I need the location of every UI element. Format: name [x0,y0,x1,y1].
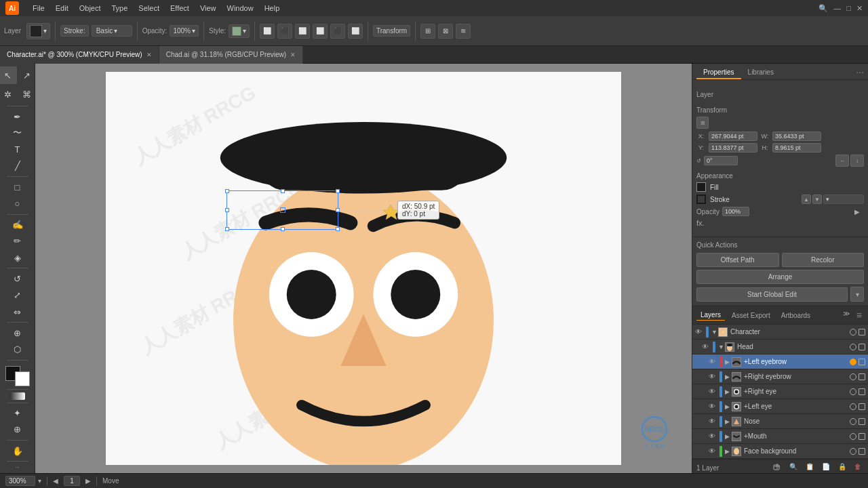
artboard-nav-prev[interactable]: ◀ [53,477,58,485]
target-circle-head[interactable] [850,344,856,350]
target-circle-nose[interactable] [850,418,856,425]
vis-box-le[interactable] [859,403,865,410]
magic-wand-tool[interactable]: ✲ [0,85,17,103]
align-top-btn[interactable]: ⬜ [313,24,328,39]
offset-path-btn[interactable]: Offset Path [696,253,779,267]
scale-tool[interactable]: ⤢ [9,288,26,303]
pencil-tool[interactable]: ✏ [9,234,26,249]
minimize-btn[interactable]: — [833,4,841,12]
expand-le[interactable]: ▶ [725,403,732,410]
start-global-edit-btn[interactable]: Start Global Edit [696,287,848,302]
layer-item-head[interactable]: 👁 ▼ Head [692,340,868,354]
more-tools-btn[interactable]: ··· [15,464,20,470]
style-selector[interactable]: ▾ [229,24,250,38]
layers-expand-btn[interactable]: ≫ [841,309,852,321]
asset-export-tab[interactable]: Asset Export [728,310,774,321]
target-circle-le[interactable] [850,403,856,410]
layer-item-right-eyebrow[interactable]: 👁 ▶ +Right eyebrow [692,369,868,384]
rotate-tool[interactable]: ↺ [9,271,26,286]
stroke-up-btn[interactable]: ▲ [802,195,811,204]
vis-box-fbg[interactable] [859,448,865,455]
target-circle-mouth[interactable] [850,433,856,440]
menu-item-window[interactable]: Window [227,4,254,12]
menu-item-type[interactable]: Type [112,4,128,12]
maximize-btn[interactable]: □ [846,4,851,12]
tab-libraries[interactable]: Libraries [741,66,781,79]
layer-item-nose[interactable]: 👁 ▶ Nose [692,414,868,429]
live-paint-tool[interactable]: ⬡ [9,342,26,357]
select-tool[interactable]: ↖ [0,66,17,84]
layer-target-circle[interactable] [850,329,856,336]
fx-label[interactable]: fx. [696,219,864,227]
expand-leb[interactable]: ▶ [725,359,732,365]
vis-icon-reb[interactable]: 👁 [709,373,718,380]
align-center-v-btn[interactable]: ⬛ [330,24,345,39]
pen-tool[interactable]: ✒ [9,109,26,124]
menu-item-edit[interactable]: Edit [56,4,68,12]
layers-tab[interactable]: Layers [696,310,725,321]
target-circle-reb[interactable] [850,373,856,380]
background-color[interactable] [15,371,30,386]
transform-icon[interactable]: ⊞ [696,117,709,129]
menu-item-effect[interactable]: Effect [170,4,189,12]
layers-options-btn[interactable]: ≡ [854,309,864,321]
stroke-dropdown[interactable]: ▾ [823,195,864,204]
curvature-tool[interactable]: 〜 [9,125,26,140]
layer-item-left-eyebrow[interactable]: 👁 ▶ +Left eyebrow [692,354,868,369]
tab-chad-close[interactable]: ✕ [290,52,296,58]
vis-icon-mouth[interactable]: 👁 [709,432,718,440]
lock-btn[interactable]: 🔒 [835,462,849,473]
layer-visibility-box[interactable] [859,329,865,336]
vis-icon-fbg[interactable]: 👁 [709,447,718,455]
expand-nose[interactable]: ▶ [725,418,732,425]
zoom-field[interactable] [5,476,35,486]
search-icon[interactable]: 🔍 [818,4,828,13]
move-to-btn[interactable]: 📋 [803,462,816,473]
zoom-tool[interactable]: ⊕ [9,422,26,437]
tab-character[interactable]: Character.ai* @ 300% (CMYK/CPU Preview) … [0,46,159,64]
flip-v-btn[interactable]: ↕ [850,155,864,167]
fill-swatch[interactable] [696,182,706,192]
w-field[interactable] [772,131,821,141]
warp-btn[interactable]: ≋ [456,24,471,39]
transform-btn[interactable]: Transform [373,25,410,37]
global-edit-chevron[interactable]: ▾ [850,287,864,302]
zoom-dropdown[interactable]: ▾ [38,477,41,485]
vis-box-nose[interactable] [859,418,865,425]
artboard-nav-next[interactable]: ▶ [85,477,91,485]
direct-select-tool[interactable]: ↗ [18,66,36,84]
hand-tool[interactable]: ✋ [9,443,26,458]
menu-item-help[interactable]: Help [264,4,280,12]
layer-selector[interactable]: ▾ [26,23,50,39]
arrange-btn[interactable]: Arrange [696,270,864,284]
expand-reb[interactable]: ▶ [725,373,732,380]
vis-icon-leb[interactable]: 👁 [709,358,718,365]
template-btn[interactable]: 📄 [819,462,833,473]
expand-re[interactable]: ▶ [725,388,732,395]
ellipse-tool[interactable]: ○ [9,196,26,211]
eyedropper-tool[interactable]: ✦ [9,405,26,420]
rect-tool[interactable]: □ [9,180,26,195]
target-circle-leb[interactable] [850,359,856,365]
target-circle-fbg[interactable] [850,448,856,455]
vis-icon-le[interactable]: 👁 [709,403,718,410]
opacity-expand-btn[interactable]: ▶ [854,208,864,216]
layer-item-character[interactable]: 👁 ▼ Character [692,325,868,340]
tab-character-close[interactable]: ✕ [146,52,152,58]
h-field[interactable] [772,143,821,152]
menu-item-select[interactable]: Select [138,4,159,12]
expand-fbg[interactable]: ▶ [725,448,732,455]
artboard-field[interactable] [64,476,80,486]
layer-item-right-eye[interactable]: 👁 ▶ +Right eye [692,384,868,399]
target-circle-re[interactable] [850,388,856,395]
layer-item-left-eye[interactable]: 👁 ▶ +Left eye [692,399,868,414]
close-btn[interactable]: ✕ [856,4,863,13]
align-bottom-btn[interactable]: ⬜ [348,24,363,39]
artboards-tab[interactable]: Artboards [777,310,814,321]
shape-builder-tool[interactable]: ⊕ [9,325,26,340]
vis-box-head[interactable] [859,344,865,350]
panel-more-btn[interactable]: ··· [856,66,864,79]
vis-box-mouth[interactable] [859,433,865,440]
menu-item-view[interactable]: View [200,4,216,12]
align-left-btn[interactable]: ⬜ [260,24,275,39]
